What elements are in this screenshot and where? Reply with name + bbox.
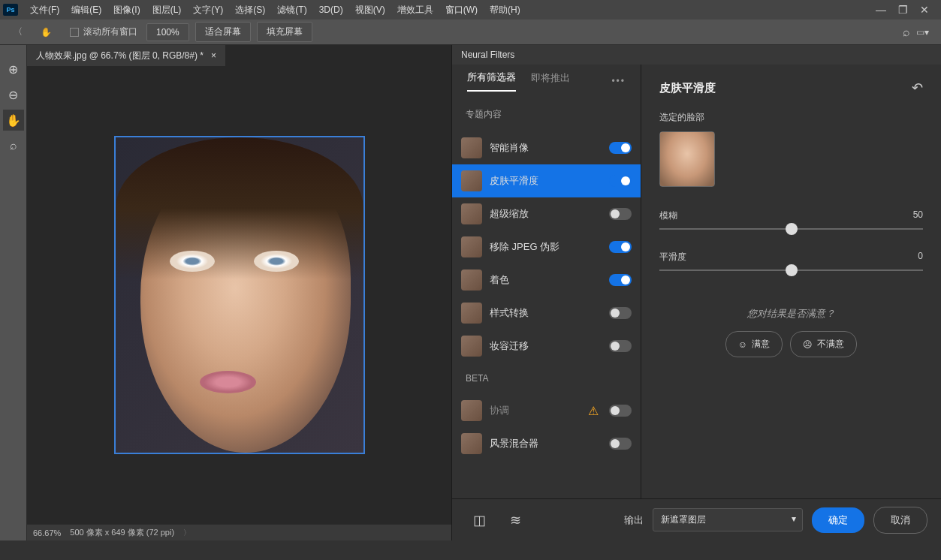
filter-super-zoom[interactable]: 超级缩放 bbox=[452, 197, 641, 230]
workspace-icon[interactable]: ▭▾ bbox=[916, 27, 929, 38]
menu-plugins[interactable]: 增效工具 bbox=[391, 4, 439, 17]
menu-image[interactable]: 图像(I) bbox=[107, 4, 146, 17]
face-thumbnail[interactable] bbox=[659, 131, 715, 187]
neural-filters-panel: Neural Filters 所有筛选器 即将推出 ••• 专题内容 智能肖像 … bbox=[451, 45, 941, 540]
back-icon[interactable]: 〈 bbox=[6, 23, 30, 41]
harmonize-icon bbox=[461, 400, 482, 421]
menu-layer[interactable]: 图层(L) bbox=[146, 4, 188, 17]
tab-close-icon[interactable]: × bbox=[211, 50, 216, 61]
warning-icon: ⚠ bbox=[588, 404, 599, 418]
cancel-button[interactable]: 取消 bbox=[873, 507, 927, 534]
output-label: 输出 bbox=[624, 513, 644, 527]
hand-tool[interactable]: ✋ bbox=[3, 110, 24, 131]
search-icon[interactable]: ⌕ bbox=[903, 26, 910, 39]
filter-smart-portrait[interactable]: 智能肖像 bbox=[452, 131, 641, 164]
smooth-value: 0 bbox=[918, 251, 923, 263]
zoom-tool[interactable]: ⌕ bbox=[3, 135, 24, 156]
colorize-icon bbox=[461, 269, 482, 291]
blur-label: 模糊 bbox=[659, 209, 677, 222]
menu-edit[interactable]: 编辑(E) bbox=[65, 4, 107, 17]
scroll-all-label: 滚动所有窗口 bbox=[83, 26, 137, 38]
canvas[interactable] bbox=[114, 136, 365, 454]
status-zoom: 66.67% bbox=[33, 528, 61, 537]
jpeg-icon bbox=[461, 236, 482, 257]
more-icon[interactable]: ••• bbox=[611, 76, 626, 86]
selected-face-label: 选定的脸部 bbox=[659, 111, 923, 124]
menu-3d[interactable]: 3D(D) bbox=[313, 5, 349, 15]
blur-slider[interactable] bbox=[659, 228, 923, 230]
menu-type[interactable]: 文字(Y) bbox=[187, 4, 229, 17]
filter-skin-smoothing[interactable]: 皮肤平滑度 bbox=[452, 164, 641, 197]
zoom-level-button[interactable]: 100% bbox=[146, 23, 189, 41]
toggle-skin-smoothing[interactable] bbox=[609, 175, 632, 187]
fit-screen-button[interactable]: 适合屏幕 bbox=[195, 22, 251, 42]
skin-smooth-icon bbox=[461, 170, 482, 191]
makeup-icon bbox=[461, 336, 482, 357]
toggle-makeup[interactable] bbox=[609, 340, 632, 352]
reset-icon[interactable]: ↶ bbox=[912, 80, 923, 96]
filter-landscape-mixer[interactable]: 风景混合器 bbox=[452, 427, 641, 460]
menu-filter[interactable]: 滤镜(T) bbox=[271, 4, 312, 17]
zoom-in-tool[interactable]: ⊕ bbox=[3, 59, 24, 80]
minimize-icon[interactable]: — bbox=[876, 4, 886, 16]
smile-icon: ☺ bbox=[738, 339, 747, 350]
compare-icon[interactable]: ◫ bbox=[466, 512, 493, 528]
tab-all-filters[interactable]: 所有筛选器 bbox=[467, 71, 516, 92]
tab-upcoming[interactable]: 即将推出 bbox=[531, 71, 570, 91]
hand-tool-icon[interactable]: ✋ bbox=[35, 26, 58, 39]
ok-button[interactable]: 确定 bbox=[812, 507, 864, 533]
tools-panel: ⊕ ⊖ ✋ ⌕ bbox=[0, 45, 27, 540]
close-icon[interactable]: ✕ bbox=[920, 4, 929, 16]
toggle-super-zoom[interactable] bbox=[609, 208, 632, 220]
settings-title: 皮肤平滑度 bbox=[659, 81, 716, 95]
filter-settings: 皮肤平滑度 ↶ 选定的脸部 模糊 50 平滑度 0 bbox=[641, 65, 941, 498]
filter-style-transfer[interactable]: 样式转换 bbox=[452, 297, 641, 330]
toggle-smart-portrait[interactable] bbox=[609, 142, 632, 154]
layers-icon[interactable]: ≋ bbox=[502, 512, 529, 528]
toggle-colorize[interactable] bbox=[609, 274, 632, 286]
document-area: 人物效果.jpg @ 66.7% (图层 0, RGB/8#) * × 66.6… bbox=[27, 45, 451, 540]
smooth-slider[interactable] bbox=[659, 269, 923, 271]
zoom-out-tool[interactable]: ⊖ bbox=[3, 84, 24, 105]
filter-harmonization[interactable]: 协调 ⚠ bbox=[452, 394, 641, 427]
smooth-label: 平滑度 bbox=[659, 251, 686, 263]
panel-bottom-bar: ◫ ≋ 输出 新遮罩图层▾ 确定 取消 bbox=[452, 498, 941, 540]
menubar: Ps 文件(F) 编辑(E) 图像(I) 图层(L) 文字(Y) 选择(S) 滤… bbox=[0, 0, 941, 20]
blur-value: 50 bbox=[913, 209, 923, 222]
scroll-all-checkbox[interactable]: 滚动所有窗口 bbox=[70, 26, 137, 38]
panel-title: Neural Filters bbox=[452, 45, 941, 65]
menu-help[interactable]: 帮助(H) bbox=[484, 4, 526, 17]
super-zoom-icon bbox=[461, 203, 482, 224]
satisfied-button[interactable]: ☺满意 bbox=[725, 331, 783, 357]
status-bar: 66.67% 500 像素 x 649 像素 (72 ppi) 〉 bbox=[27, 524, 451, 540]
status-arrow-icon[interactable]: 〉 bbox=[183, 528, 191, 538]
style-transfer-icon bbox=[461, 303, 482, 324]
document-title: 人物效果.jpg @ 66.7% (图层 0, RGB/8#) * bbox=[36, 50, 204, 62]
maximize-icon[interactable]: ❐ bbox=[898, 4, 908, 16]
toggle-style-transfer[interactable] bbox=[609, 307, 632, 319]
options-bar: 〈 ✋ 滚动所有窗口 100% 适合屏幕 填充屏幕 ⌕ ▭▾ bbox=[0, 20, 941, 45]
toggle-jpeg[interactable] bbox=[609, 241, 632, 253]
feedback-question: 您对结果是否满意？ bbox=[659, 307, 923, 321]
document-tab[interactable]: 人物效果.jpg @ 66.7% (图层 0, RGB/8#) * × bbox=[27, 45, 225, 66]
section-beta: BETA bbox=[452, 363, 641, 394]
section-featured: 专题内容 bbox=[452, 98, 641, 131]
app-logo: Ps bbox=[3, 4, 18, 16]
output-select[interactable]: 新遮罩图层▾ bbox=[653, 508, 803, 531]
status-dimensions: 500 像素 x 649 像素 (72 ppi) bbox=[70, 527, 174, 538]
filter-colorize[interactable]: 着色 bbox=[452, 263, 641, 297]
toggle-landscape[interactable] bbox=[609, 438, 632, 450]
menu-file[interactable]: 文件(F) bbox=[24, 4, 65, 17]
menu-select[interactable]: 选择(S) bbox=[229, 4, 271, 17]
not-satisfied-button[interactable]: ☹不满意 bbox=[790, 331, 857, 357]
smart-portrait-icon bbox=[461, 137, 482, 158]
frown-icon: ☹ bbox=[803, 339, 813, 350]
menu-window[interactable]: 窗口(W) bbox=[439, 4, 484, 17]
filter-list: 所有筛选器 即将推出 ••• 专题内容 智能肖像 皮肤平滑度 超级 bbox=[452, 65, 641, 498]
menu-view[interactable]: 视图(V) bbox=[349, 4, 391, 17]
filter-makeup-transfer[interactable]: 妆容迁移 bbox=[452, 330, 641, 363]
toggle-harmonization[interactable] bbox=[609, 405, 632, 417]
fill-screen-button[interactable]: 填充屏幕 bbox=[257, 22, 312, 42]
filter-jpeg-artifacts[interactable]: 移除 JPEG 伪影 bbox=[452, 230, 641, 263]
landscape-icon bbox=[461, 433, 482, 454]
